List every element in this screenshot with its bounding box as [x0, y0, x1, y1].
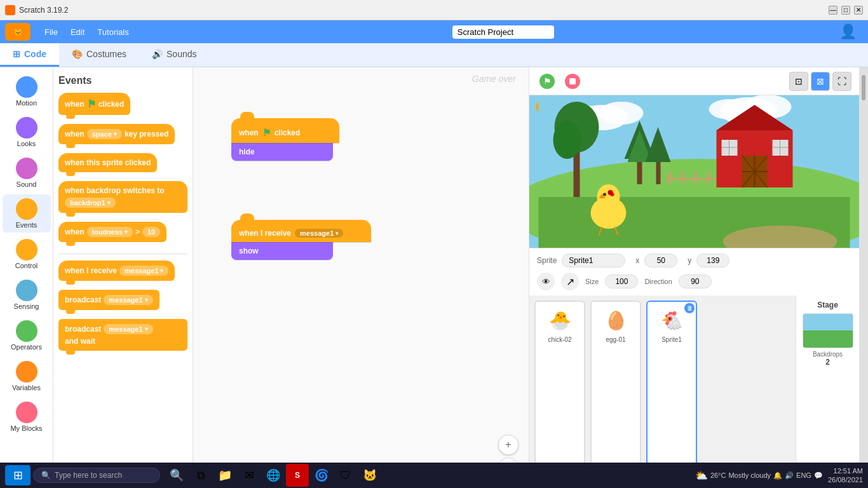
sidebar-item-sensing[interactable]: Sensing	[3, 276, 51, 314]
block-broadcast[interactable]: broadcast message1 ▾	[58, 290, 159, 310]
sidebar-item-sound[interactable]: Sound	[3, 154, 51, 192]
svg-rect-17	[695, 172, 697, 184]
small-stage-button[interactable]: ⊡	[789, 72, 808, 91]
script-block-hide[interactable]: hide	[231, 143, 333, 161]
taskbar-taskview-icon[interactable]: ⧉	[189, 464, 212, 487]
project-name-input[interactable]	[452, 25, 554, 39]
weather-info: 26°C Mostly cloudy	[710, 471, 771, 479]
chick02-label: chick-02	[548, 336, 571, 343]
sidebar-item-variables[interactable]: Variables	[3, 357, 51, 395]
x-input[interactable]	[644, 254, 677, 268]
costumes-tab-icon: 🎨	[72, 49, 83, 59]
sidebar-item-events[interactable]: Events	[3, 194, 51, 233]
backdrops-count: 2	[825, 358, 830, 367]
system-tray-icons: ⛅ 26°C Mostly cloudy 🔔 🔊 ENG 💬	[695, 470, 823, 482]
sensing-label: Sensing	[14, 302, 39, 310]
user-icon[interactable]: 👤	[833, 24, 863, 40]
myblocks-dot	[16, 402, 37, 423]
sounds-tab-icon: 🔊	[152, 49, 163, 59]
control-dot	[16, 239, 37, 261]
script-group-2: when I receive message1 ▾ show	[231, 220, 371, 260]
taskbar-edge-icon[interactable]: 🌀	[310, 464, 333, 487]
tab-sounds[interactable]: 🔊 Sounds	[139, 43, 209, 67]
broadcast-wait-pill[interactable]: message1 ▾	[104, 324, 153, 334]
scroll-thumb[interactable]	[862, 75, 865, 100]
fullscreen-button[interactable]: ⛶	[832, 72, 851, 91]
green-flag-icon: ⚑	[539, 73, 555, 90]
green-flag-button[interactable]: ⚑	[537, 71, 557, 92]
svg-point-27	[553, 121, 581, 159]
minimize-button[interactable]: —	[829, 6, 837, 15]
menu-tutorials[interactable]: Tutorials	[91, 25, 135, 39]
taskbar-scratch-icon[interactable]: 🐱	[358, 464, 381, 487]
block-when-flag-clicked[interactable]: when ⚑ clicked	[58, 93, 130, 115]
tab-costumes[interactable]: 🎨 Costumes	[59, 43, 139, 67]
taskbar-search-icon[interactable]: 🔍	[165, 464, 188, 487]
maximize-button[interactable]: □	[841, 6, 850, 15]
size-input[interactable]	[605, 274, 638, 288]
taskbar-chrome-icon[interactable]: 🌐	[262, 464, 285, 487]
taskbar-shield-icon[interactable]: 🛡	[334, 464, 357, 487]
block-broadcast-wait[interactable]: broadcast message1 ▾ and wait	[58, 319, 187, 351]
receive-pill[interactable]: message1 ▾	[119, 266, 168, 276]
sprite-thumb-egg01[interactable]: 🥚 egg-01	[590, 301, 641, 483]
sprite-thumb-sprite1[interactable]: 🗑 🐔 Sprite1	[646, 301, 697, 483]
stage-panel-label: Stage	[817, 301, 838, 309]
stage-toolbar: ⚑ ⊡ ⊠ ⛶	[529, 67, 859, 95]
sidebar-item-looks[interactable]: Looks	[3, 113, 51, 151]
stop-button[interactable]	[562, 71, 583, 92]
svg-rect-15	[669, 172, 672, 184]
block-when-receive[interactable]: when I receive message1 ▾	[58, 261, 175, 281]
direction-indicator[interactable]: ↗	[561, 273, 579, 290]
sprite-thumb-chick02[interactable]: 🐣 chick-02	[534, 301, 585, 483]
zoom-in-button[interactable]: +	[498, 435, 519, 455]
menu-edit[interactable]: Edit	[64, 25, 91, 39]
visibility-toggle[interactable]: 👁	[537, 273, 555, 290]
normal-stage-button[interactable]: ⊠	[811, 72, 830, 91]
close-button[interactable]: ✕	[854, 6, 863, 15]
sidebar-item-operators[interactable]: Operators	[3, 316, 51, 355]
menu-file[interactable]: File	[38, 25, 64, 39]
script-block-when-receive[interactable]: when I receive message1 ▾	[231, 220, 371, 242]
taskbar-mail-icon[interactable]: ✉	[238, 464, 261, 487]
stage-thumbnail[interactable]	[803, 313, 853, 348]
search-bar[interactable]: 🔍 Type here to search	[33, 468, 160, 483]
taskbar-app1-icon[interactable]: S	[286, 464, 309, 487]
block-when-loudness[interactable]: when loudness ▾ > 10	[58, 222, 166, 242]
start-button[interactable]: ⊞	[5, 465, 31, 485]
scratch-logo[interactable]: 🐱	[5, 23, 31, 41]
block-when-backdrop[interactable]: when backdrop switches to backdrop1 ▾	[58, 181, 187, 213]
sprite-list-area: 🐣 chick-02 🥚 egg-01 🗑 🐔 Sprite1 Stage	[529, 295, 859, 488]
sidebar-item-motion[interactable]: Motion	[3, 72, 51, 111]
delete-sprite-icon[interactable]: 🗑	[684, 303, 695, 313]
sound-label: Sound	[17, 180, 37, 188]
motion-dot	[16, 76, 37, 98]
logo-area: 🐱	[5, 23, 31, 41]
loudness-pill[interactable]: loudness ▾	[87, 227, 133, 237]
tab-code[interactable]: ⊞ Code	[0, 43, 59, 67]
threshold-pill[interactable]: 10	[142, 227, 160, 237]
taskbar-file-explorer-icon[interactable]: 📁	[214, 464, 236, 487]
key-pill[interactable]: space ▾	[87, 129, 122, 139]
svg-rect-18	[707, 172, 710, 184]
script-block-when-flag-clicked[interactable]: when ⚑ clicked	[231, 118, 339, 143]
script-receive-pill[interactable]: message1 ▾	[295, 229, 343, 238]
sounds-tab-label: Sounds	[166, 49, 196, 59]
operators-label: Operators	[11, 343, 42, 351]
sidebar-item-control[interactable]: Control	[3, 235, 51, 273]
sidebar-item-myblocks[interactable]: My Blocks	[3, 398, 51, 436]
direction-input[interactable]	[679, 274, 712, 288]
events-label: Events	[16, 221, 37, 229]
broadcast-pill[interactable]: message1 ▾	[104, 295, 153, 305]
costumes-tab-label: Costumes	[86, 49, 126, 59]
variables-label: Variables	[12, 384, 41, 391]
language-label: ENG	[796, 471, 811, 479]
block-when-key-pressed[interactable]: when space ▾ key pressed	[58, 124, 175, 144]
block-when-sprite-clicked[interactable]: when this sprite clicked	[58, 153, 157, 172]
egg01-preview: 🥚	[597, 304, 635, 336]
script-block-show[interactable]: show	[231, 242, 333, 260]
y-input[interactable]	[696, 254, 729, 268]
backdrop-pill[interactable]: backdrop1 ▾	[65, 198, 116, 208]
sprite-name-input[interactable]	[562, 254, 625, 268]
egg01-label: egg-01	[606, 336, 625, 343]
